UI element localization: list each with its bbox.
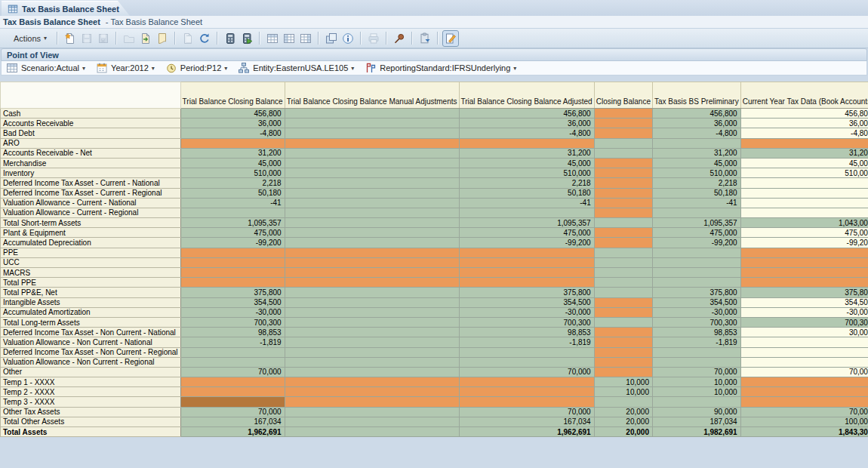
grid-cell[interactable]: 187,034 <box>652 417 740 426</box>
grid-cell[interactable]: 70,000 <box>740 367 868 377</box>
grid-cell[interactable]: 1,043,000 <box>740 218 868 228</box>
grid-cell[interactable] <box>180 397 285 407</box>
grid-cell[interactable] <box>285 387 459 397</box>
grid-cell[interactable] <box>285 158 459 168</box>
grid-cell[interactable]: 70,000 <box>459 367 594 377</box>
grid-cell[interactable]: -99,200 <box>180 238 285 248</box>
grid-cell[interactable] <box>594 248 652 257</box>
grid-cell[interactable]: 98,853 <box>652 328 740 337</box>
grid-cell[interactable]: 375,800 <box>740 288 868 297</box>
grid-cell[interactable] <box>594 208 652 217</box>
grid-cell[interactable] <box>594 119 652 128</box>
grid-cell[interactable] <box>740 248 868 257</box>
copy-icon[interactable] <box>180 31 195 46</box>
grid-cell[interactable] <box>285 218 459 228</box>
grid-cell[interactable] <box>285 138 459 148</box>
grid-cell[interactable] <box>594 328 652 337</box>
grid-cell[interactable] <box>594 198 652 208</box>
grid-cell[interactable] <box>594 357 652 367</box>
grid-cell[interactable] <box>652 257 740 267</box>
print-icon[interactable] <box>366 31 381 46</box>
grid-cell[interactable]: 375,800 <box>459 288 594 297</box>
grid-cell[interactable]: 1,982,691 <box>652 427 740 437</box>
grid-cell[interactable] <box>594 257 652 267</box>
grid-cell[interactable] <box>285 198 459 208</box>
grid-cell[interactable] <box>285 257 459 267</box>
grid-cell[interactable]: 510,000 <box>652 168 740 178</box>
grid-cell[interactable]: 375,800 <box>652 288 740 297</box>
grid-cell[interactable] <box>285 328 459 337</box>
grid-cell[interactable]: 475,000 <box>180 228 285 238</box>
grid-cell[interactable] <box>594 178 652 188</box>
grid-cell[interactable]: 475,000 <box>740 228 868 238</box>
grid-cell[interactable] <box>285 307 459 317</box>
grid-cell[interactable]: -4,800 <box>180 128 285 138</box>
grid-cell[interactable] <box>594 397 652 407</box>
grid-cell[interactable] <box>285 248 459 257</box>
grid-cell[interactable] <box>459 347 594 357</box>
grid-cell[interactable] <box>459 377 594 387</box>
grid-cell[interactable]: 1,962,691 <box>459 427 594 437</box>
grid-cell[interactable]: -41 <box>180 198 285 208</box>
grid-cell[interactable] <box>594 268 652 278</box>
grid-cell[interactable] <box>285 288 459 297</box>
grid-cell[interactable] <box>285 228 459 238</box>
grid-cell[interactable]: 31,200 <box>180 148 285 158</box>
grid-cell[interactable] <box>285 377 459 387</box>
grid-cell[interactable] <box>285 148 459 158</box>
grid-cell[interactable]: -1,819 <box>180 337 285 347</box>
grid-cell[interactable] <box>285 278 459 288</box>
grid-cell[interactable] <box>594 148 652 158</box>
grid-cell[interactable]: 45,000 <box>652 158 740 168</box>
refresh-icon[interactable] <box>197 31 212 46</box>
grid-cell[interactable]: -99,200 <box>459 238 594 248</box>
grid-cell[interactable] <box>594 188 652 198</box>
grid-cell[interactable] <box>180 257 285 267</box>
save-icon[interactable] <box>79 31 94 46</box>
grid-cell[interactable]: 36,000 <box>740 119 868 128</box>
grid-cell[interactable]: 20,000 <box>594 407 652 417</box>
grid-cell[interactable]: -4,800 <box>652 128 740 138</box>
grid-cell[interactable] <box>180 377 285 387</box>
grid-cell[interactable]: 50,180 <box>180 188 285 198</box>
grid-cell[interactable]: 700,300 <box>459 317 594 327</box>
export-document-icon[interactable] <box>138 31 153 46</box>
page-curl-icon[interactable] <box>155 31 170 46</box>
grid-cell[interactable]: -30,000 <box>459 307 594 317</box>
grid-cell[interactable]: -41 <box>652 198 740 208</box>
grid-cell[interactable]: -1,819 <box>652 337 740 347</box>
grid-cell[interactable]: 20,000 <box>594 417 652 426</box>
grid-cell[interactable]: 10,000 <box>652 377 740 387</box>
consolidate-grid-icon[interactable] <box>298 31 313 46</box>
grid-cell[interactable]: 70,000 <box>652 367 740 377</box>
grid-cell[interactable] <box>459 278 594 288</box>
grid-cell[interactable]: 475,000 <box>459 228 594 238</box>
grid-cell[interactable] <box>594 238 652 248</box>
grid-cell[interactable]: 510,000 <box>180 168 285 178</box>
grid-cell[interactable] <box>594 158 652 168</box>
grid-cell[interactable] <box>740 138 868 148</box>
grid-cell[interactable]: 354,500 <box>740 297 868 307</box>
grid-cell[interactable] <box>652 357 740 367</box>
grid-cell[interactable] <box>180 347 285 357</box>
grid-cell[interactable] <box>740 188 868 198</box>
grid-cell[interactable]: 70,000 <box>459 407 594 417</box>
pov-scenario[interactable]: Scenario:Actual▾ <box>6 62 85 74</box>
grid-cell[interactable] <box>594 337 652 347</box>
grid-cell[interactable] <box>594 109 652 119</box>
grid-cell[interactable] <box>740 397 868 407</box>
grid-cell[interactable] <box>285 347 459 357</box>
grid-cell[interactable] <box>180 138 285 148</box>
grid-cell[interactable]: 30,000 <box>740 328 868 337</box>
grid-cell[interactable]: 510,000 <box>740 168 868 178</box>
grid-cell[interactable]: 475,000 <box>652 228 740 238</box>
grid-cell[interactable]: 1,095,357 <box>459 218 594 228</box>
grid-cell[interactable]: 36,000 <box>652 119 740 128</box>
grid-cell[interactable] <box>594 367 652 377</box>
grid-cell[interactable]: 70,000 <box>180 367 285 377</box>
translate-grid-icon[interactable] <box>265 31 280 46</box>
grid-cell[interactable] <box>285 178 459 188</box>
grid-cell[interactable]: -1,819 <box>459 337 594 347</box>
grid-cell[interactable] <box>180 268 285 278</box>
grid-cell[interactable]: 10,000 <box>594 387 652 397</box>
